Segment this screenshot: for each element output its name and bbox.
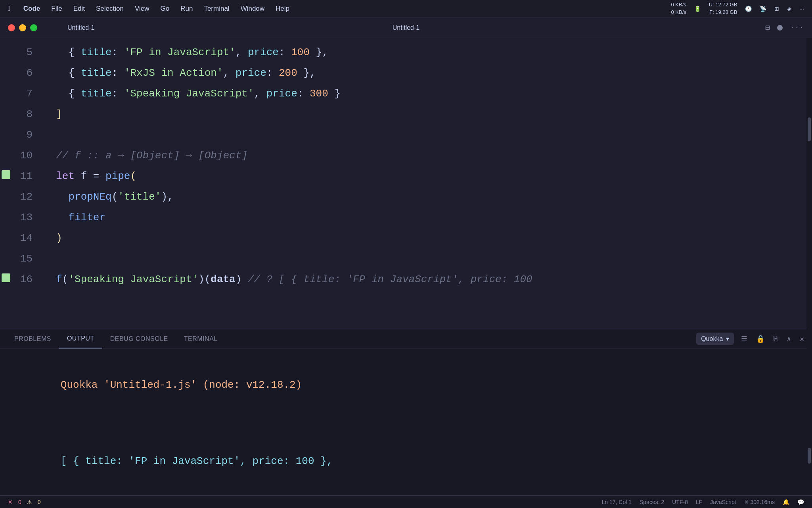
menu-window[interactable]: Window — [241, 5, 264, 13]
code-line-16: 16 f('Speaking JavaScript')(data) // ? [… — [0, 269, 812, 290]
editor-container: 5 { title: 'FP in JavaScript', price: 10… — [0, 38, 812, 495]
code-line-6: 6 { title: 'RxJS in Action', price: 200 … — [0, 63, 812, 83]
panel-tabs: PROBLEMS OUTPUT DEBUG CONSOLE TERMINAL Q… — [0, 329, 812, 348]
line-number-15: 15 — [12, 248, 44, 269]
more-actions-icon[interactable]: ··· — [790, 23, 804, 32]
code-line-11: 11 let f = pipe( — [0, 166, 812, 187]
output-source-dropdown[interactable]: Quokka ▾ — [696, 333, 734, 345]
line-number-10: 10 — [12, 145, 44, 166]
code-area[interactable]: 5 { title: 'FP in JavaScript', price: 10… — [0, 38, 812, 294]
lock-icon[interactable]: 🔒 — [755, 333, 766, 345]
line-content-7: { title: 'Speaking JavaScript', price: 3… — [44, 83, 812, 104]
menu-edit[interactable]: Edit — [73, 5, 85, 13]
close-button[interactable] — [8, 24, 15, 31]
menu-code[interactable]: Code — [23, 5, 40, 13]
language-mode[interactable]: JavaScript — [710, 499, 736, 505]
line-number-6: 6 — [12, 63, 44, 83]
menu-help[interactable]: Help — [276, 5, 289, 13]
titlebar-actions: ⊟ ··· — [765, 23, 804, 33]
line-number-16: 16 — [12, 269, 44, 290]
code-line-5: 5 { title: 'FP in JavaScript', price: 10… — [0, 42, 812, 63]
airdrop-icon[interactable]: 📡 — [760, 6, 766, 12]
menu-selection[interactable]: Selection — [96, 5, 124, 13]
line-content-11: let f = pipe( — [44, 166, 812, 187]
code-line-12: 12 propNEq('title'), — [0, 187, 812, 207]
output-line-2: [ { title: 'FP in JavaScript', price: 10… — [11, 433, 801, 490]
line-number-12: 12 — [12, 187, 44, 207]
statusbar-left: ✕ 0 ⚠ 0 — [8, 499, 41, 505]
line-number-14: 14 — [12, 228, 44, 248]
output-text-2: [ { title: 'FP in JavaScript', price: 10… — [61, 455, 333, 467]
menu-run[interactable]: Run — [180, 5, 193, 13]
output-line-1: Quokka 'Untitled-1.js' (node: v12.18.2) — [11, 356, 801, 414]
file-encoding[interactable]: UTF-8 — [672, 499, 688, 505]
quokka-timing[interactable]: ✕ 302.16ms — [744, 499, 775, 505]
more-icon[interactable]: ··· — [799, 6, 804, 12]
window-title: Untitled-1 — [393, 24, 419, 31]
tab-debug-console[interactable]: DEBUG CONSOLE — [102, 330, 176, 348]
menubar-right: 0 KB/s 0 KB/s 🔋 U: 12.72 GB F: 19.28 GB … — [671, 1, 804, 15]
line-indicator-16 — [0, 273, 12, 282]
minimize-button[interactable] — [19, 24, 26, 31]
tab-problems[interactable]: PROBLEMS — [6, 330, 59, 348]
code-line-13: 13 filter — [0, 207, 812, 228]
control-center-icon[interactable]: ⊞ — [774, 6, 779, 12]
collapse-panel-icon[interactable]: ∧ — [785, 333, 793, 345]
error-count[interactable]: 0 — [18, 499, 21, 505]
warning-icon: ⚠ — [27, 499, 32, 505]
editor-pane[interactable]: 5 { title: 'FP in JavaScript', price: 10… — [0, 38, 812, 329]
editor-scrollbar[interactable] — [806, 38, 812, 329]
disk-stats: U: 12.72 GB F: 19.28 GB — [709, 1, 737, 15]
output-text-1: Quokka 'Untitled-1.js' (node: v12.18.2) — [61, 379, 302, 391]
siri-icon[interactable]: ◈ — [787, 6, 791, 12]
panel-content: Quokka 'Untitled-1.js' (node: v12.18.2) … — [0, 348, 812, 495]
menu-file[interactable]: File — [51, 5, 62, 13]
statusbar: ✕ 0 ⚠ 0 Ln 17, Col 1 Spaces: 2 UTF-8 LF … — [0, 495, 812, 508]
apple-menu-icon[interactable]:  — [8, 5, 12, 13]
line-number-8: 8 — [12, 104, 44, 125]
menu-terminal[interactable]: Terminal — [204, 5, 229, 13]
tab-output[interactable]: OUTPUT — [59, 329, 102, 348]
clock-icon[interactable]: 🕐 — [745, 6, 752, 12]
line-content-12: propNEq('title'), — [44, 187, 812, 207]
line-content-16: f('Speaking JavaScript')(data) // ? [ { … — [44, 269, 812, 290]
warning-count[interactable]: 0 — [38, 499, 41, 505]
indentation[interactable]: Spaces: 2 — [640, 499, 664, 505]
line-number-11: 11 — [12, 166, 44, 187]
code-line-14: 14 ) — [0, 228, 812, 248]
cursor-position[interactable]: Ln 17, Col 1 — [601, 499, 632, 505]
code-line-10: 10 // f :: a → [Object] → [Object] — [0, 145, 812, 166]
green-dot-16 — [2, 273, 10, 282]
split-editor-icon[interactable]: ⊟ — [765, 23, 770, 33]
menu-view[interactable]: View — [135, 5, 149, 13]
maximize-button[interactable] — [30, 24, 37, 31]
editor-tab[interactable]: Untitled-1 — [61, 22, 101, 34]
panel-scrollbar[interactable] — [806, 329, 812, 495]
line-content-14: ) — [44, 228, 812, 248]
clear-output-icon[interactable]: ☰ — [739, 333, 749, 345]
feedback-icon[interactable]: 💬 — [797, 499, 804, 505]
battery-icon: 🔋 — [694, 6, 701, 12]
line-content-13: filter — [44, 207, 812, 228]
line-number-7: 7 — [12, 83, 44, 104]
code-line-7: 7 { title: 'Speaking JavaScript', price:… — [0, 83, 812, 104]
line-number-13: 13 — [12, 207, 44, 228]
panel-scrollbar-thumb[interactable] — [808, 448, 811, 464]
error-icon: ✕ — [8, 499, 13, 505]
statusbar-right: Ln 17, Col 1 Spaces: 2 UTF-8 LF JavaScri… — [601, 499, 804, 505]
line-content-10: // f :: a → [Object] → [Object] — [44, 145, 812, 166]
close-panel-icon[interactable]: ✕ — [798, 333, 806, 345]
green-dot-11 — [2, 170, 10, 179]
notifications-icon[interactable]: 🔔 — [783, 499, 789, 505]
copy-icon[interactable]: ⎘ — [772, 333, 779, 344]
line-content-8: ] — [44, 104, 812, 125]
code-line-9: 9 — [0, 125, 812, 145]
output-line-blank — [11, 414, 801, 433]
line-ending[interactable]: LF — [696, 499, 702, 505]
tab-terminal[interactable]: TERMINAL — [176, 330, 226, 348]
menubar:  Code File Edit Selection View Go Run T… — [0, 0, 812, 17]
dropdown-label: Quokka — [701, 335, 723, 343]
chevron-down-icon: ▾ — [726, 335, 729, 343]
editor-scrollbar-thumb[interactable] — [808, 117, 811, 141]
menu-go[interactable]: Go — [161, 5, 170, 13]
